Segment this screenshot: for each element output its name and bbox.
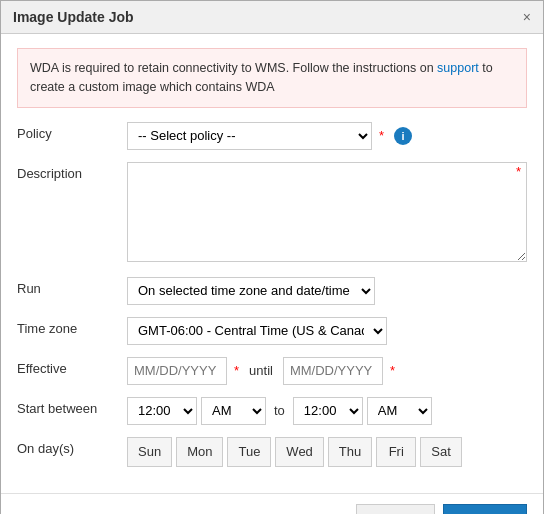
dialog-header: Image Update Job ×	[1, 1, 543, 34]
image-update-job-dialog: Image Update Job × WDA is required to re…	[0, 0, 544, 514]
run-label: Run	[17, 277, 127, 296]
policy-row: Policy -- Select policy -- * i	[17, 122, 527, 150]
dialog-footer: Cancel Preview	[1, 493, 543, 515]
description-textarea[interactable]	[127, 162, 527, 262]
on-days-label: On day(s)	[17, 437, 127, 456]
description-label: Description	[17, 162, 127, 181]
policy-label: Policy	[17, 122, 127, 141]
effective-controls: * until *	[127, 357, 527, 385]
day-btn-thu[interactable]: Thu	[328, 437, 372, 467]
alert-message: WDA is required to retain connectivity t…	[17, 48, 527, 108]
policy-required: *	[379, 128, 384, 143]
policy-controls: -- Select policy -- * i	[127, 122, 527, 150]
description-wrapper: *	[127, 162, 527, 265]
cancel-button[interactable]: Cancel	[356, 504, 434, 515]
timezone-select[interactable]: GMT-06:00 - Central Time (US & Canad.	[127, 317, 387, 345]
policy-select[interactable]: -- Select policy --	[127, 122, 372, 150]
description-required: *	[516, 164, 521, 179]
timezone-label: Time zone	[17, 317, 127, 336]
dialog-title: Image Update Job	[13, 9, 134, 25]
run-controls: On selected time zone and date/time	[127, 277, 527, 305]
effective-end-required: *	[390, 363, 395, 378]
effective-label: Effective	[17, 357, 127, 376]
end-ampm-select[interactable]: AM PM	[367, 397, 432, 425]
start-ampm-select[interactable]: AM PM	[201, 397, 266, 425]
effective-end-date[interactable]	[283, 357, 383, 385]
description-row: Description *	[17, 162, 527, 265]
on-days-row: On day(s) Sun Mon Tue Wed Thu Fri Sat	[17, 437, 527, 467]
dialog-body: WDA is required to retain connectivity t…	[1, 34, 543, 493]
run-select[interactable]: On selected time zone and date/time	[127, 277, 375, 305]
alert-text-part1: WDA is required to retain connectivity t…	[30, 61, 437, 75]
info-icon[interactable]: i	[394, 127, 412, 145]
to-label: to	[274, 403, 285, 418]
timezone-controls: GMT-06:00 - Central Time (US & Canad.	[127, 317, 527, 345]
preview-button[interactable]: Preview	[443, 504, 527, 515]
effective-row: Effective * until *	[17, 357, 527, 385]
close-button[interactable]: ×	[523, 10, 531, 24]
day-btn-sat[interactable]: Sat	[420, 437, 462, 467]
day-btn-tue[interactable]: Tue	[227, 437, 271, 467]
start-between-row: Start between 12:00 AM PM to 12:00 AM PM	[17, 397, 527, 425]
day-btn-fri[interactable]: Fri	[376, 437, 416, 467]
effective-start-required: *	[234, 363, 239, 378]
run-row: Run On selected time zone and date/time	[17, 277, 527, 305]
day-btn-wed[interactable]: Wed	[275, 437, 324, 467]
timezone-row: Time zone GMT-06:00 - Central Time (US &…	[17, 317, 527, 345]
support-link[interactable]: support	[437, 61, 479, 75]
effective-start-date[interactable]	[127, 357, 227, 385]
day-btn-sun[interactable]: Sun	[127, 437, 172, 467]
start-time-select[interactable]: 12:00	[127, 397, 197, 425]
until-label: until	[249, 363, 273, 378]
end-time-select[interactable]: 12:00	[293, 397, 363, 425]
start-between-controls: 12:00 AM PM to 12:00 AM PM	[127, 397, 527, 425]
on-days-controls: Sun Mon Tue Wed Thu Fri Sat	[127, 437, 527, 467]
start-between-label: Start between	[17, 397, 127, 416]
day-btn-mon[interactable]: Mon	[176, 437, 223, 467]
